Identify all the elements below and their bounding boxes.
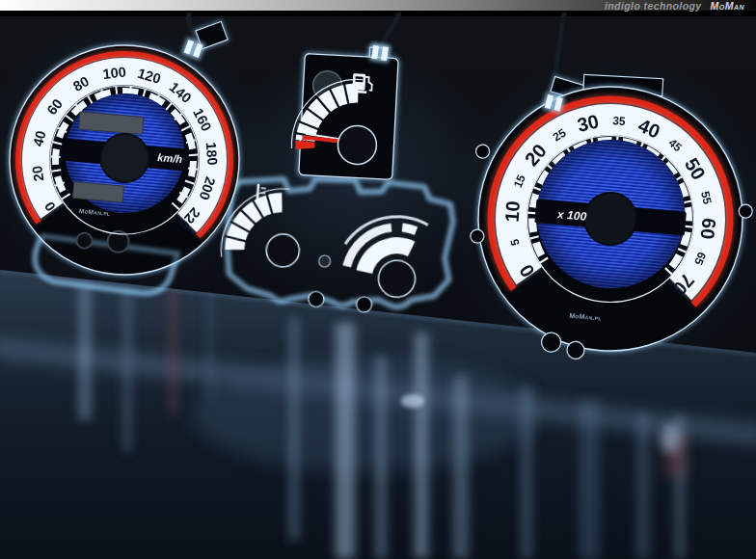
rpm-multiplier-label: x 100: [556, 207, 587, 224]
gauge-photo-scene: R 020406080100120140160180200220 km/h: [0, 0, 756, 559]
header-bar: indiglo technology MoMan: [0, 0, 756, 13]
header-tagline: indiglo technology: [605, 0, 702, 12]
fuel-reserve-label: R: [301, 133, 310, 144]
reset-button-hole: [76, 232, 93, 249]
header-brand-logo: MoMan: [710, 0, 744, 12]
fuel-gauge-panel: R: [290, 43, 399, 179]
panel-pilot-hole: [318, 255, 331, 268]
svg-text:180: 180: [203, 142, 221, 166]
svg-text:100: 100: [102, 64, 127, 82]
photo-indiglo-gauges: indiglo technology MoMan: [0, 0, 756, 559]
svg-text:35: 35: [612, 114, 627, 128]
svg-text:20: 20: [29, 165, 46, 182]
svg-text:60: 60: [696, 217, 719, 240]
el-connector-fuel: [369, 43, 391, 64]
svg-text:10: 10: [500, 200, 524, 223]
speed-unit-label: km/h: [157, 151, 183, 165]
